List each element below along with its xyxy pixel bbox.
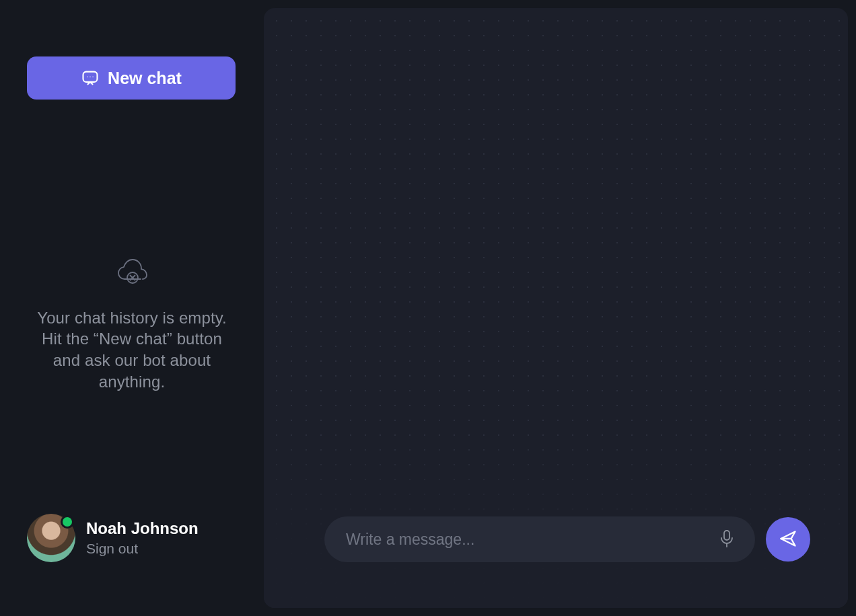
avatar-wrap: [27, 514, 75, 562]
user-profile-block: Noah Johnson Sign out: [27, 514, 199, 562]
composer-row: [324, 516, 810, 562]
cloud-off-icon: [115, 256, 149, 288]
sidebar: New chat Your chat history is empty. Hit…: [0, 0, 264, 616]
presence-dot-icon: [61, 515, 74, 529]
svg-rect-7: [724, 531, 729, 540]
chat-history-empty-state: Your chat history is empty. Hit the “New…: [27, 59, 237, 589]
empty-history-text: Your chat history is empty. Hit the “New…: [27, 307, 237, 393]
microphone-icon: [719, 529, 735, 550]
user-name: Noah Johnson: [86, 519, 199, 538]
message-input[interactable]: [346, 531, 713, 549]
main-panel: [264, 0, 856, 616]
send-button[interactable]: [766, 517, 810, 562]
microphone-button[interactable]: [713, 526, 740, 553]
sign-out-button[interactable]: Sign out: [86, 541, 199, 557]
chat-canvas: [264, 8, 848, 608]
paper-plane-icon: [779, 529, 797, 550]
message-composer: [324, 516, 755, 562]
